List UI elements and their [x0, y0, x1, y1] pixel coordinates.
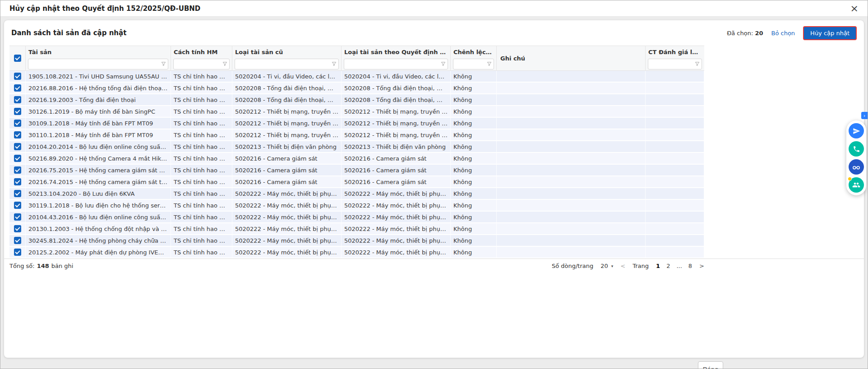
users-icon[interactable]: [849, 177, 864, 193]
row-checkbox[interactable]: [14, 178, 21, 185]
cell-asset: 50213.104.2020 - Bộ Lưu điện 6KVA: [26, 188, 171, 199]
cell-method: TS chỉ tính hao mòn: [171, 94, 232, 105]
table-row[interactable]: 30109.1.2018 - Máy tính để bàn FPT MT09 …: [9, 118, 704, 129]
info-icon[interactable]: i: [492, 49, 496, 55]
close-icon[interactable]: ×: [850, 4, 859, 13]
pagination: Số dòng/trang 20 ▾ < Trang 1 2 ... 8 >: [552, 263, 704, 269]
table-row[interactable]: 20104.43.2016 - Bộ lưu điện online công …: [9, 212, 704, 223]
table-row[interactable]: 20130.1.2003 - Hệ thống chống đột nhập v…: [9, 223, 704, 235]
cell-asset: 30245.81.2024 - Hệ thống phòng cháy chữa…: [26, 235, 171, 246]
cell-old-type: 5020212 - Thiết bị mạng, truyền thông: [232, 129, 342, 140]
cell-note: [497, 141, 646, 152]
filter-old-type-input[interactable]: [235, 59, 339, 69]
cell-asset: 20216.19.2003 - Tổng đài điện thoại: [26, 94, 171, 105]
cell-note: [497, 235, 646, 246]
table-row[interactable]: 30126.1.2019 - Bộ máy tính để bàn SingPC…: [9, 106, 704, 118]
table-row[interactable]: 30245.81.2024 - Hệ thống phòng cháy chữa…: [9, 235, 704, 247]
prev-page-button[interactable]: <: [620, 263, 625, 269]
filter-method-input[interactable]: [173, 59, 230, 69]
row-checkbox[interactable]: [14, 225, 21, 232]
table-row[interactable]: 20216.74.2015 - Hệ thống camera giám sát…: [9, 176, 704, 188]
column-header-difference: Chênh lệchi: [451, 46, 496, 58]
filter-difference-input[interactable]: [453, 59, 494, 69]
cancel-update-button[interactable]: Hủy cập nhật: [803, 26, 857, 40]
next-page-button[interactable]: >: [699, 263, 704, 269]
row-checkbox[interactable]: [14, 120, 21, 127]
rows-per-page-select[interactable]: 20 ▾: [600, 263, 613, 269]
content-panel: Danh sách tài sản đã cập nhật Đã chọn: 2…: [4, 20, 864, 358]
row-checkbox[interactable]: [14, 108, 21, 115]
phone-icon[interactable]: [849, 141, 864, 157]
cell-asset: 30126.1.2019 - Bộ máy tính để bàn SingPC: [26, 106, 171, 117]
page-number[interactable]: 2: [666, 263, 670, 269]
cell-old-type: 5020208 - Tổng đài điện thoại, máy bộ đà…: [232, 94, 342, 105]
table-row[interactable]: 20216.88.2016 - Hệ thống tổng đài điện t…: [9, 83, 704, 94]
table-row[interactable]: 30119.1.2018 - Bộ lưu điện cho hệ thống …: [9, 200, 704, 212]
cell-revaluation: [646, 106, 704, 117]
cell-new-type: 5020222 - Máy móc, thiết bị phục vụ hoạt…: [342, 223, 451, 234]
table-row[interactable]: 20125.2.2002 - Máy phát điện dự phòng IV…: [9, 247, 704, 258]
row-checkbox[interactable]: [14, 213, 21, 221]
table-row[interactable]: 20216.19.2003 - Tổng đài điện thoại TS c…: [9, 94, 704, 106]
cell-asset: 20125.2.2002 - Máy phát điện dự phòng IV…: [26, 247, 171, 258]
cell-old-type: 5020212 - Thiết bị mạng, truyền thông: [232, 118, 342, 129]
deselect-link[interactable]: Bỏ chọn: [771, 30, 795, 37]
row-checkbox[interactable]: [14, 190, 21, 197]
cell-note: [497, 165, 646, 175]
cell-revaluation: [646, 83, 704, 93]
row-checkbox[interactable]: [14, 131, 21, 138]
cell-difference: Không: [451, 71, 497, 82]
row-checkbox[interactable]: [14, 237, 21, 244]
cell-old-type: 5020222 - Máy móc, thiết bị phục vụ hoạt…: [232, 188, 342, 199]
glasses-icon[interactable]: [849, 159, 864, 175]
cell-new-type: 5020216 - Camera giám sát: [342, 153, 451, 164]
collapse-chevron-icon[interactable]: ›: [861, 112, 868, 119]
cell-difference: Không: [451, 200, 497, 211]
select-all-checkbox[interactable]: [14, 55, 21, 62]
table-row[interactable]: 50216.89.2020 - Hệ thống Camera 4 mắt Hi…: [9, 153, 704, 165]
cell-method: TS chỉ tính hao mòn: [171, 247, 232, 258]
table-row[interactable]: 50213.104.2020 - Bộ Lưu điện 6KVA TS chỉ…: [9, 188, 704, 200]
row-checkbox[interactable]: [14, 166, 21, 174]
row-checkbox[interactable]: [14, 73, 21, 80]
row-checkbox[interactable]: [14, 143, 21, 150]
filter-revaluation-input[interactable]: [648, 59, 702, 69]
column-header-asset: Tài sản: [26, 46, 171, 58]
close-button[interactable]: Đóng: [698, 361, 723, 369]
cell-asset: 20216.74.2015 - Hệ thống camera giám sát…: [26, 176, 171, 187]
total-records: Tổng số: 148 bản ghi: [9, 263, 73, 269]
cell-asset: 30109.1.2018 - Máy tính để bàn FPT MT09: [26, 118, 171, 129]
row-checkbox[interactable]: [14, 84, 21, 92]
filter-asset-input[interactable]: [28, 59, 168, 69]
dialog-title: Hủy cập nhật theo Quyết định 152/2025/QĐ…: [9, 5, 200, 13]
cell-old-type: 5020222 - Máy móc, thiết bị phục vụ hoạt…: [232, 212, 342, 222]
table-row[interactable]: 30110.1.2018 - Máy tính để bàn FPT MT09 …: [9, 129, 704, 141]
page-number: ...: [676, 263, 682, 269]
cell-revaluation: [646, 200, 704, 211]
table-row[interactable]: 20104.20.2014 - Bộ lưu điện online công …: [9, 141, 704, 153]
floating-support-widget: [846, 120, 866, 195]
cell-new-type: 5020222 - Máy móc, thiết bị phục vụ hoạt…: [342, 212, 451, 222]
row-checkbox[interactable]: [14, 249, 21, 256]
cell-new-type: 5020216 - Camera giám sát: [342, 165, 451, 175]
row-checkbox[interactable]: [14, 96, 21, 103]
row-checkbox[interactable]: [14, 155, 21, 162]
cell-difference: Không: [451, 153, 497, 164]
cell-old-type: 5020222 - Máy móc, thiết bị phục vụ hoạt…: [232, 235, 342, 246]
cell-difference: Không: [451, 188, 497, 199]
row-checkbox[interactable]: [14, 202, 21, 209]
table-row[interactable]: 1905.108.2021 - Tivi UHD Samsung UA55AU …: [9, 71, 704, 83]
page-number[interactable]: 8: [688, 263, 692, 269]
cell-old-type: 5020222 - Máy móc, thiết bị phục vụ hoạt…: [232, 223, 342, 234]
cell-old-type: 5020204 - Ti vi, đầu Video, các loại đầu…: [232, 71, 342, 82]
cell-difference: Không: [451, 223, 497, 234]
table-row[interactable]: 20216.75.2015 - Hệ thống camera giám sát…: [9, 165, 704, 176]
filter-new-type-input[interactable]: [344, 59, 448, 69]
cell-difference: Không: [451, 247, 497, 258]
cell-revaluation: [646, 176, 704, 187]
page-number[interactable]: 1: [656, 263, 660, 269]
cell-note: [497, 212, 646, 222]
paper-plane-icon[interactable]: [849, 123, 864, 138]
cell-new-type: 5020213 - Thiết bị điện văn phòng: [342, 141, 451, 152]
cell-difference: Không: [451, 235, 497, 246]
